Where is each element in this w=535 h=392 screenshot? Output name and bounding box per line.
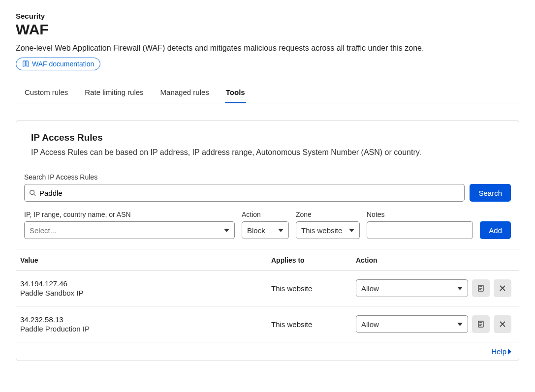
svg-point-0 (30, 190, 34, 195)
search-icon (29, 189, 36, 196)
notes-input[interactable] (367, 221, 473, 239)
ip-filter-label: IP, IP range, country name, or ASN (24, 211, 235, 218)
chevron-down-icon (457, 322, 463, 327)
table-row: 34.194.127.46 Paddle Sandbox IP This web… (16, 270, 519, 306)
note-icon (477, 320, 485, 328)
delete-button[interactable] (494, 315, 511, 333)
waf-documentation-link[interactable]: WAF documentation (16, 58, 100, 70)
delete-button[interactable] (494, 279, 511, 297)
header-value: Value (20, 256, 271, 264)
ip-filter-select[interactable]: Select... (24, 221, 235, 239)
action-filter-value: Block (247, 226, 265, 235)
row-action-value: Allow (361, 284, 379, 293)
add-button[interactable]: Add (480, 221, 511, 239)
chevron-down-icon (224, 228, 229, 233)
breadcrumb: Security (16, 12, 519, 20)
help-link[interactable]: Help (491, 347, 512, 356)
row-action-value: Allow (361, 320, 379, 329)
search-input[interactable] (24, 184, 465, 202)
zone-filter-value: This website (301, 226, 342, 235)
tabs: Custom rules Rate limiting rules Managed… (16, 83, 519, 103)
tab-rate-limiting-rules[interactable]: Rate limiting rules (84, 83, 144, 103)
close-icon (499, 320, 506, 328)
row-action-select[interactable]: Allow (356, 315, 468, 333)
zone-filter-label: Zone (296, 211, 360, 218)
row-ip: 34.194.127.46 (20, 279, 271, 288)
chevron-down-icon (278, 228, 283, 233)
help-label: Help (491, 347, 506, 356)
rules-table: Value Applies to Action 34.194.127.46 Pa… (16, 249, 519, 361)
zone-filter-select[interactable]: This website (296, 221, 360, 239)
search-label: Search IP Access Rules (24, 173, 511, 181)
panel-title: IP Access Rules (31, 132, 504, 143)
ip-filter-placeholder: Select... (30, 226, 56, 235)
book-icon (22, 60, 29, 67)
panel-description: IP Access Rules can be based on IP addre… (31, 148, 504, 157)
page-description: Zone-level Web Application Firewall (WAF… (16, 44, 519, 53)
header-applies-to: Applies to (271, 256, 356, 264)
table-row: 34.232.58.13 Paddle Production IP This w… (16, 306, 519, 342)
row-note: Paddle Production IP (20, 325, 271, 333)
waf-documentation-label: WAF documentation (32, 60, 94, 68)
header-action: Action (356, 256, 515, 264)
ip-access-rules-card: IP Access Rules IP Access Rules can be b… (16, 120, 519, 361)
row-note: Paddle Sandbox IP (20, 289, 271, 297)
edit-note-button[interactable] (472, 279, 490, 297)
chevron-down-icon (457, 286, 463, 291)
notes-filter-label: Notes (367, 211, 473, 218)
row-action-select[interactable]: Allow (356, 279, 468, 297)
row-ip: 34.232.58.13 (20, 315, 271, 324)
close-icon (499, 284, 506, 292)
chevron-right-icon (507, 349, 512, 355)
chevron-down-icon (349, 228, 354, 233)
row-applies-to: This website (271, 320, 356, 329)
tab-managed-rules[interactable]: Managed rules (159, 83, 210, 103)
action-filter-select[interactable]: Block (242, 221, 289, 239)
row-applies-to: This website (271, 284, 356, 293)
edit-note-button[interactable] (472, 315, 490, 333)
note-icon (477, 284, 485, 292)
tab-custom-rules[interactable]: Custom rules (24, 83, 69, 103)
search-button[interactable]: Search (470, 184, 511, 202)
action-filter-label: Action (242, 211, 289, 218)
page-title: WAF (16, 21, 519, 38)
tab-tools[interactable]: Tools (225, 83, 246, 103)
